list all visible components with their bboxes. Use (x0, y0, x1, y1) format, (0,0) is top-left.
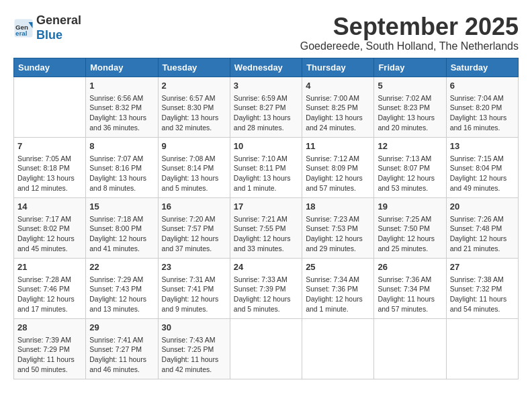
day-info: Sunrise: 7:18 AM Sunset: 8:00 PM Dayligh… (89, 214, 154, 254)
calendar-cell: 25Sunrise: 7:34 AM Sunset: 7:36 PM Dayli… (302, 258, 374, 318)
day-number: 29 (89, 322, 154, 334)
day-info: Sunrise: 7:20 AM Sunset: 7:57 PM Dayligh… (162, 214, 226, 254)
calendar-cell (302, 318, 374, 379)
weekday-header-thursday: Thursday (302, 58, 374, 77)
calendar-cell: 16Sunrise: 7:20 AM Sunset: 7:57 PM Dayli… (158, 197, 230, 258)
logo-general-text: General (36, 13, 81, 27)
day-number: 30 (162, 322, 226, 334)
logo-blue-text: Blue (36, 28, 62, 42)
calendar-cell: 11Sunrise: 7:12 AM Sunset: 8:09 PM Dayli… (302, 137, 374, 197)
day-info: Sunrise: 7:02 AM Sunset: 8:23 PM Dayligh… (378, 93, 442, 133)
day-info: Sunrise: 7:38 AM Sunset: 7:32 PM Dayligh… (450, 275, 515, 314)
calendar-cell: 14Sunrise: 7:17 AM Sunset: 8:02 PM Dayli… (14, 197, 86, 258)
month-title: September 2025 (300, 13, 519, 40)
day-number: 26 (378, 261, 442, 273)
day-info: Sunrise: 7:17 AM Sunset: 8:02 PM Dayligh… (17, 214, 82, 254)
day-info: Sunrise: 7:12 AM Sunset: 8:09 PM Dayligh… (306, 154, 370, 193)
day-info: Sunrise: 7:26 AM Sunset: 7:48 PM Dayligh… (450, 214, 515, 254)
day-info: Sunrise: 7:29 AM Sunset: 7:43 PM Dayligh… (89, 275, 154, 314)
calendar-cell: 7Sunrise: 7:05 AM Sunset: 8:18 PM Daylig… (14, 137, 86, 197)
calendar-cell: 10Sunrise: 7:10 AM Sunset: 8:11 PM Dayli… (230, 137, 302, 197)
day-info: Sunrise: 7:28 AM Sunset: 7:46 PM Dayligh… (17, 275, 82, 314)
day-number: 8 (89, 140, 154, 152)
calendar-cell: 15Sunrise: 7:18 AM Sunset: 8:00 PM Dayli… (86, 197, 158, 258)
calendar-cell: 18Sunrise: 7:23 AM Sunset: 7:53 PM Dayli… (302, 197, 374, 258)
calendar-cell: 24Sunrise: 7:33 AM Sunset: 7:39 PM Dayli… (230, 258, 302, 318)
day-number: 23 (162, 261, 226, 273)
day-number: 2 (162, 80, 226, 92)
day-info: Sunrise: 7:41 AM Sunset: 7:27 PM Dayligh… (89, 335, 154, 375)
weekday-header-tuesday: Tuesday (158, 58, 230, 77)
day-number: 22 (89, 261, 154, 273)
weekday-header-monday: Monday (86, 58, 158, 77)
day-number: 15 (89, 201, 154, 213)
calendar-cell: 8Sunrise: 7:07 AM Sunset: 8:16 PM Daylig… (86, 137, 158, 197)
calendar-cell: 4Sunrise: 7:00 AM Sunset: 8:25 PM Daylig… (302, 77, 374, 137)
calendar-cell: 22Sunrise: 7:29 AM Sunset: 7:43 PM Dayli… (86, 258, 158, 318)
svg-text:eral: eral (15, 29, 28, 36)
day-number: 24 (234, 261, 298, 273)
calendar-cell: 29Sunrise: 7:41 AM Sunset: 7:27 PM Dayli… (86, 318, 158, 379)
day-info: Sunrise: 7:04 AM Sunset: 8:20 PM Dayligh… (450, 93, 515, 133)
calendar-cell: 20Sunrise: 7:26 AM Sunset: 7:48 PM Dayli… (446, 197, 518, 258)
day-info: Sunrise: 7:13 AM Sunset: 8:07 PM Dayligh… (378, 154, 442, 193)
calendar-cell: 13Sunrise: 7:15 AM Sunset: 8:04 PM Dayli… (446, 137, 518, 197)
day-number: 5 (378, 80, 442, 92)
day-number: 3 (234, 80, 298, 92)
weekday-header-wednesday: Wednesday (230, 58, 302, 77)
day-number: 28 (17, 322, 82, 334)
day-info: Sunrise: 7:00 AM Sunset: 8:25 PM Dayligh… (306, 93, 370, 133)
calendar-cell: 27Sunrise: 7:38 AM Sunset: 7:32 PM Dayli… (446, 258, 518, 318)
calendar-cell (230, 318, 302, 379)
day-info: Sunrise: 7:10 AM Sunset: 8:11 PM Dayligh… (234, 154, 298, 193)
day-info: Sunrise: 6:59 AM Sunset: 8:27 PM Dayligh… (234, 93, 298, 133)
calendar-cell: 19Sunrise: 7:25 AM Sunset: 7:50 PM Dayli… (374, 197, 446, 258)
day-info: Sunrise: 7:33 AM Sunset: 7:39 PM Dayligh… (234, 275, 298, 314)
location-title: Goedereede, South Holland, The Netherlan… (300, 40, 519, 52)
calendar-cell: 17Sunrise: 7:21 AM Sunset: 7:55 PM Dayli… (230, 197, 302, 258)
calendar-table: SundayMondayTuesdayWednesdayThursdayFrid… (13, 58, 519, 379)
logo: Gen eral General Blue (13, 13, 81, 42)
day-number: 7 (17, 140, 82, 152)
calendar-cell: 6Sunrise: 7:04 AM Sunset: 8:20 PM Daylig… (446, 77, 518, 137)
calendar-cell: 3Sunrise: 6:59 AM Sunset: 8:27 PM Daylig… (230, 77, 302, 137)
calendar-cell (374, 318, 446, 379)
day-number: 9 (162, 140, 226, 152)
day-info: Sunrise: 7:23 AM Sunset: 7:53 PM Dayligh… (306, 214, 370, 254)
day-number: 13 (450, 140, 515, 152)
day-number: 20 (450, 201, 515, 213)
calendar-cell: 28Sunrise: 7:39 AM Sunset: 7:29 PM Dayli… (14, 318, 86, 379)
calendar-cell (446, 318, 518, 379)
day-info: Sunrise: 6:56 AM Sunset: 8:32 PM Dayligh… (89, 93, 154, 133)
day-number: 25 (306, 261, 370, 273)
day-info: Sunrise: 7:25 AM Sunset: 7:50 PM Dayligh… (378, 214, 442, 254)
calendar-cell: 30Sunrise: 7:43 AM Sunset: 7:25 PM Dayli… (158, 318, 230, 379)
day-number: 21 (17, 261, 82, 273)
title-area: September 2025 Goedereede, South Holland… (300, 13, 519, 52)
calendar-cell: 26Sunrise: 7:36 AM Sunset: 7:34 PM Dayli… (374, 258, 446, 318)
calendar-cell: 23Sunrise: 7:31 AM Sunset: 7:41 PM Dayli… (158, 258, 230, 318)
calendar-cell: 5Sunrise: 7:02 AM Sunset: 8:23 PM Daylig… (374, 77, 446, 137)
day-number: 27 (450, 261, 515, 273)
day-number: 10 (234, 140, 298, 152)
weekday-header-friday: Friday (374, 58, 446, 77)
day-number: 18 (306, 201, 370, 213)
calendar-cell: 12Sunrise: 7:13 AM Sunset: 8:07 PM Dayli… (374, 137, 446, 197)
day-info: Sunrise: 7:07 AM Sunset: 8:16 PM Dayligh… (89, 154, 154, 193)
day-number: 16 (162, 201, 226, 213)
day-number: 14 (17, 201, 82, 213)
day-info: Sunrise: 7:05 AM Sunset: 8:18 PM Dayligh… (17, 154, 82, 193)
weekday-header-saturday: Saturday (446, 58, 518, 77)
day-info: Sunrise: 6:57 AM Sunset: 8:30 PM Dayligh… (162, 93, 226, 133)
day-info: Sunrise: 7:15 AM Sunset: 8:04 PM Dayligh… (450, 154, 515, 193)
logo-icon: Gen eral (13, 18, 34, 38)
day-number: 12 (378, 140, 442, 152)
calendar-cell (14, 77, 86, 137)
day-number: 17 (234, 201, 298, 213)
day-info: Sunrise: 7:08 AM Sunset: 8:14 PM Dayligh… (162, 154, 226, 193)
day-info: Sunrise: 7:31 AM Sunset: 7:41 PM Dayligh… (162, 275, 226, 314)
day-info: Sunrise: 7:43 AM Sunset: 7:25 PM Dayligh… (162, 335, 226, 375)
calendar-cell: 9Sunrise: 7:08 AM Sunset: 8:14 PM Daylig… (158, 137, 230, 197)
day-number: 6 (450, 80, 515, 92)
day-info: Sunrise: 7:21 AM Sunset: 7:55 PM Dayligh… (234, 214, 298, 254)
